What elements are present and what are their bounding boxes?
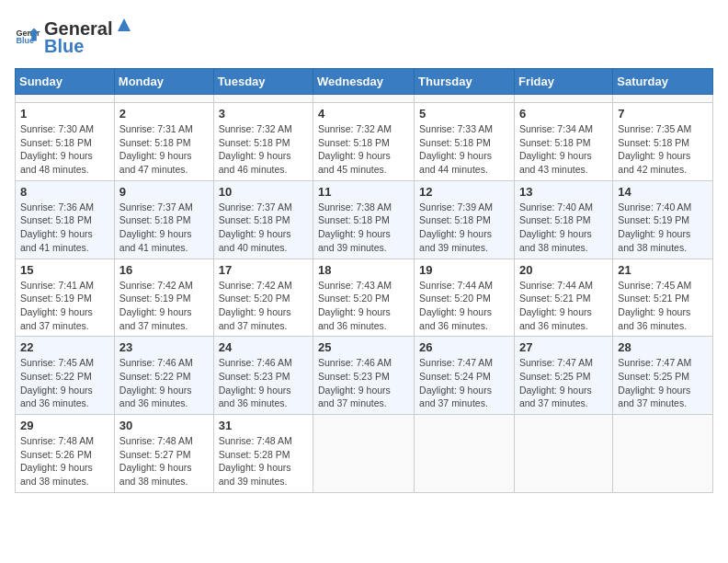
day-number: 17 [219,263,308,277]
day-number: 25 [318,340,409,354]
col-header-wednesday: Wednesday [313,69,415,95]
day-info: Sunrise: 7:45 AM Sunset: 5:21 PM Dayligh… [618,279,708,333]
day-number: 26 [419,340,509,354]
calendar-cell: 31 Sunrise: 7:48 AM Sunset: 5:28 PM Dayl… [213,415,313,493]
calendar-cell: 16 Sunrise: 7:42 AM Sunset: 5:19 PM Dayl… [114,259,213,337]
day-info: Sunrise: 7:42 AM Sunset: 5:20 PM Dayligh… [219,279,308,333]
day-number: 11 [318,185,409,199]
day-number: 28 [618,340,708,354]
day-number: 19 [419,263,509,277]
calendar-cell [213,95,313,103]
day-info: Sunrise: 7:34 AM Sunset: 5:18 PM Dayligh… [519,122,608,177]
day-number: 10 [219,185,308,199]
col-header-saturday: Saturday [613,69,713,95]
day-number: 1 [20,107,109,121]
day-info: Sunrise: 7:44 AM Sunset: 5:21 PM Dayligh… [519,279,608,333]
day-info: Sunrise: 7:37 AM Sunset: 5:18 PM Dayligh… [219,201,308,255]
day-number: 24 [219,340,308,354]
col-header-monday: Monday [114,69,213,95]
calendar-cell: 8 Sunrise: 7:36 AM Sunset: 5:18 PM Dayli… [16,180,115,259]
day-info: Sunrise: 7:31 AM Sunset: 5:18 PM Dayligh… [119,122,209,177]
calendar-cell: 10 Sunrise: 7:37 AM Sunset: 5:18 PM Dayl… [213,180,313,259]
day-number: 6 [519,107,608,121]
col-header-friday: Friday [514,69,612,95]
logo-icon: General Blue [15,23,40,49]
day-number: 12 [419,185,509,199]
calendar-cell: 6 Sunrise: 7:34 AM Sunset: 5:18 PM Dayli… [514,103,612,181]
calendar-week-row: 15 Sunrise: 7:41 AM Sunset: 5:19 PM Dayl… [16,259,713,337]
day-number: 23 [119,340,209,354]
day-number: 29 [20,419,109,432]
calendar-cell [514,95,612,103]
day-info: Sunrise: 7:32 AM Sunset: 5:18 PM Dayligh… [318,122,409,177]
day-info: Sunrise: 7:36 AM Sunset: 5:18 PM Dayligh… [20,201,109,255]
day-info: Sunrise: 7:46 AM Sunset: 5:23 PM Dayligh… [318,356,409,410]
day-info: Sunrise: 7:47 AM Sunset: 5:25 PM Dayligh… [519,356,608,410]
calendar-cell: 26 Sunrise: 7:47 AM Sunset: 5:24 PM Dayl… [415,337,515,415]
day-number: 8 [20,185,109,199]
day-number: 22 [20,340,109,354]
day-info: Sunrise: 7:35 AM Sunset: 5:18 PM Dayligh… [618,122,708,177]
day-info: Sunrise: 7:45 AM Sunset: 5:22 PM Dayligh… [20,356,109,410]
day-info: Sunrise: 7:39 AM Sunset: 5:18 PM Dayligh… [419,201,509,255]
calendar-cell [613,415,713,493]
calendar-cell [313,95,415,103]
calendar-cell: 21 Sunrise: 7:45 AM Sunset: 5:21 PM Dayl… [613,259,713,337]
calendar-cell [114,95,213,103]
calendar-cell: 18 Sunrise: 7:43 AM Sunset: 5:20 PM Dayl… [313,259,415,337]
calendar-week-row: 1 Sunrise: 7:30 AM Sunset: 5:18 PM Dayli… [16,103,713,181]
day-number: 20 [519,263,608,277]
calendar-cell [415,95,515,103]
calendar-cell [313,415,415,493]
calendar-cell: 5 Sunrise: 7:33 AM Sunset: 5:18 PM Dayli… [415,103,515,181]
day-info: Sunrise: 7:46 AM Sunset: 5:22 PM Dayligh… [119,356,209,410]
calendar-cell: 2 Sunrise: 7:31 AM Sunset: 5:18 PM Dayli… [114,103,213,181]
calendar-cell: 11 Sunrise: 7:38 AM Sunset: 5:18 PM Dayl… [313,180,415,259]
calendar-week-row: 8 Sunrise: 7:36 AM Sunset: 5:18 PM Dayli… [16,180,713,259]
day-number: 30 [119,419,209,432]
calendar-cell: 25 Sunrise: 7:46 AM Sunset: 5:23 PM Dayl… [313,337,415,415]
day-number: 3 [219,107,308,121]
calendar-cell: 13 Sunrise: 7:40 AM Sunset: 5:18 PM Dayl… [514,180,612,259]
calendar-cell: 9 Sunrise: 7:37 AM Sunset: 5:18 PM Dayli… [114,180,213,259]
day-info: Sunrise: 7:47 AM Sunset: 5:24 PM Dayligh… [419,356,509,410]
calendar-cell: 14 Sunrise: 7:40 AM Sunset: 5:19 PM Dayl… [613,180,713,259]
calendar-week-row: 22 Sunrise: 7:45 AM Sunset: 5:22 PM Dayl… [16,337,713,415]
col-header-sunday: Sunday [16,69,115,95]
calendar-table: SundayMondayTuesdayWednesdayThursdayFrid… [15,68,713,493]
day-info: Sunrise: 7:43 AM Sunset: 5:20 PM Dayligh… [318,279,409,333]
day-info: Sunrise: 7:30 AM Sunset: 5:18 PM Dayligh… [20,122,109,177]
calendar-cell: 28 Sunrise: 7:47 AM Sunset: 5:25 PM Dayl… [613,337,713,415]
day-info: Sunrise: 7:38 AM Sunset: 5:18 PM Dayligh… [318,201,409,255]
day-number: 21 [618,263,708,277]
calendar-week-row [16,95,713,103]
day-info: Sunrise: 7:48 AM Sunset: 5:26 PM Dayligh… [20,434,109,488]
calendar-cell: 23 Sunrise: 7:46 AM Sunset: 5:22 PM Dayl… [114,337,213,415]
calendar-cell: 15 Sunrise: 7:41 AM Sunset: 5:19 PM Dayl… [16,259,115,337]
col-header-tuesday: Tuesday [213,69,313,95]
calendar-cell: 17 Sunrise: 7:42 AM Sunset: 5:20 PM Dayl… [213,259,313,337]
logo-triangle-icon [114,15,134,35]
day-number: 7 [618,107,708,121]
col-header-thursday: Thursday [415,69,515,95]
calendar-cell: 22 Sunrise: 7:45 AM Sunset: 5:22 PM Dayl… [16,337,115,415]
day-number: 9 [119,185,209,199]
day-info: Sunrise: 7:40 AM Sunset: 5:18 PM Dayligh… [519,201,608,255]
calendar-cell [613,95,713,103]
calendar-cell: 3 Sunrise: 7:32 AM Sunset: 5:18 PM Dayli… [213,103,313,181]
calendar-cell: 19 Sunrise: 7:44 AM Sunset: 5:20 PM Dayl… [415,259,515,337]
day-number: 13 [519,185,608,199]
day-number: 4 [318,107,409,121]
calendar-cell: 12 Sunrise: 7:39 AM Sunset: 5:18 PM Dayl… [415,180,515,259]
calendar-cell: 20 Sunrise: 7:44 AM Sunset: 5:21 PM Dayl… [514,259,612,337]
day-info: Sunrise: 7:48 AM Sunset: 5:28 PM Dayligh… [219,434,308,488]
day-number: 27 [519,340,608,354]
calendar-cell: 27 Sunrise: 7:47 AM Sunset: 5:25 PM Dayl… [514,337,612,415]
day-number: 16 [119,263,209,277]
day-info: Sunrise: 7:41 AM Sunset: 5:19 PM Dayligh… [20,279,109,333]
day-number: 31 [219,419,308,432]
day-number: 5 [419,107,509,121]
day-info: Sunrise: 7:42 AM Sunset: 5:19 PM Dayligh… [119,279,209,333]
day-info: Sunrise: 7:40 AM Sunset: 5:19 PM Dayligh… [618,201,708,255]
day-number: 2 [119,107,209,121]
